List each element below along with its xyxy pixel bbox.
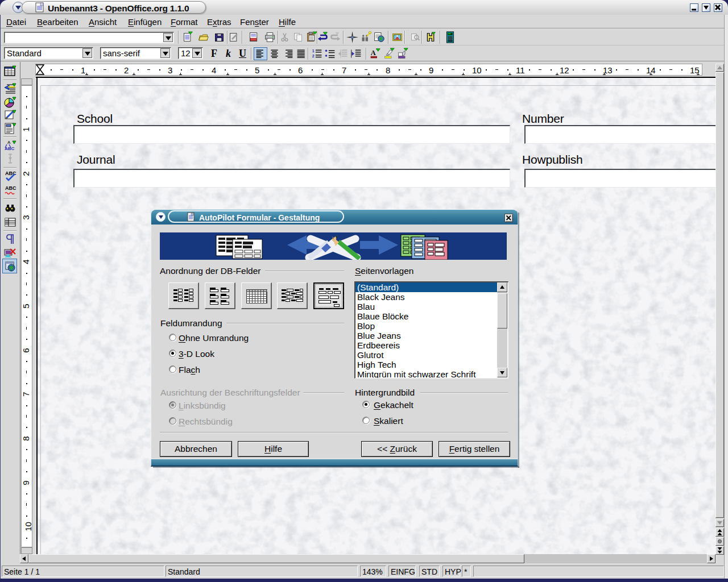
svg-text:A: A (7, 140, 11, 145)
svg-text:ABC: ABC (5, 171, 16, 176)
svg-text:2: 2 (312, 54, 315, 58)
svg-text:A: A (371, 49, 376, 57)
svg-text:ABC: ABC (5, 185, 16, 191)
svg-text:1: 1 (312, 49, 315, 53)
svg-text:ABC: ABC (5, 146, 15, 151)
